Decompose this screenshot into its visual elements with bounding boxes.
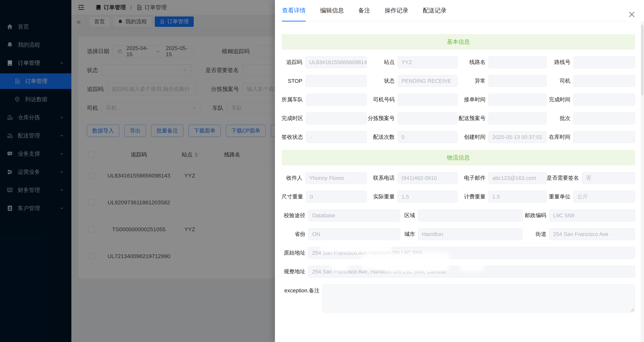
bill-weight-input[interactable]: 1.5 [488,191,547,203]
batch-input[interactable] [573,112,635,124]
logistics-row-6: 规整地址254 San Francisco Ave, Hamilton ON L… [282,266,635,278]
dim-weight-input[interactable]: 0 [306,191,367,203]
field-label: STOP [282,78,305,84]
field-label: 邮政编码 [522,212,549,219]
field-label: 联系电话 [367,174,398,182]
driver-phone-input[interactable] [398,94,458,106]
field-label: 城市 [400,231,418,238]
drawer-mask[interactable] [0,0,275,342]
province-input[interactable]: ON [308,228,400,240]
basic-row-4: 完成时区 分拣预案号 配送预案号 批次 [282,112,635,124]
route-no-input[interactable] [573,56,635,68]
app-root: 首页 我的流程 订单管理 订单管理 到达数 [0,0,644,342]
in-stock-time-input[interactable] [573,131,635,143]
section-logistics-info: 物流信息 [282,150,635,165]
finish-time-input[interactable] [573,94,635,106]
postcode-input[interactable]: L9C 5N9 [549,210,635,221]
field-label: 完成时区 [282,115,306,122]
city-input[interactable]: Hamilton [418,228,522,240]
finish-timezone-input[interactable] [306,112,367,124]
field-label: 司机号码 [367,96,398,103]
close-icon[interactable] [628,11,636,18]
actual-weight-input[interactable]: 1.5 [398,191,458,203]
basic-row-1: 追踪码UL834161556656098143 站点YYZ 线路名 路线号 [282,56,635,68]
region-input[interactable] [418,210,522,221]
field-label: 在库时间 [547,133,573,141]
delivery-plan-input[interactable] [488,112,547,124]
delivery-count-input[interactable]: 0 [398,131,458,143]
order-detail-drawer: 查看详情 编辑信息 备注 操作记录 配送记录 基本信息 追踪码UL8341615… [275,0,644,342]
field-label: 司机 [547,77,573,85]
basic-row-2: STOP 状态PENDING RECEIVE 异常 司机 [282,75,635,87]
field-label: 收件人 [282,174,305,182]
logistics-row-2: 尺寸重量0 实际重量1.5 计费重量1.5 重量单位公斤 [282,191,635,203]
resize-grip-icon[interactable] [630,308,634,312]
tab-edit-info[interactable]: 编辑信息 [320,0,344,21]
field-label: 规整地址 [282,268,308,275]
field-label: 签收状态 [282,133,306,141]
tab-operation-log[interactable]: 操作记录 [385,0,408,21]
logistics-row-4: 省份ON 城市Hamilton 街道254 San Francisco Ave [282,228,635,240]
field-label: 是否需要签名 [547,174,582,182]
field-label: 完成时间 [547,96,573,103]
email-input[interactable]: abc123@163.com [488,172,547,184]
field-label: 电子邮件 [458,174,488,182]
tab-remark[interactable]: 备注 [358,0,370,21]
accept-time-input[interactable] [488,94,547,106]
logistics-row-3: 校验途径Database 区域 邮政编码L9C 5N9 [282,210,635,221]
logistics-row-1: 收件人Yhonny Flores 联系电话(941)462-0910 电子邮件a… [282,172,635,184]
field-label: 状态 [367,77,398,85]
field-label: exception.备注 [282,287,322,294]
field-label: 异常 [458,77,488,85]
field-label: 计费重量 [458,193,488,200]
receiver-input[interactable]: Yhonny Flores [305,172,367,184]
field-label: 校验途径 [282,212,308,219]
field-label: 线路名 [458,58,488,66]
route-name-input[interactable] [488,56,547,68]
field-label: 实际重量 [367,193,398,200]
driver-input[interactable] [573,75,635,87]
field-label: 接单时间 [458,96,488,103]
sign-status-input[interactable]: - [306,131,367,143]
field-label: 创建时间 [458,133,488,141]
sorting-plan-input[interactable] [398,112,458,124]
field-label: 追踪码 [282,58,305,66]
exception-note-textarea[interactable] [322,284,635,313]
logistics-row-5: 原始地址254 San Francisco Ave Hamilton,ON L9… [282,247,635,259]
status-input[interactable]: PENDING RECEIVE [398,75,458,87]
exception-input[interactable] [488,75,547,87]
weight-unit-input[interactable]: 公斤 [573,191,635,203]
field-label: 所属车队 [282,96,306,103]
raw-address-input[interactable]: 254 San Francisco Ave Hamilton,ON L9C 5N… [308,247,635,259]
fleet-input[interactable] [306,94,367,106]
stop-input[interactable] [305,75,367,87]
street-input[interactable]: 254 San Francisco Ave [549,228,635,240]
field-label: 站点 [367,58,398,66]
field-label: 批次 [547,115,573,122]
need-sign-input[interactable]: 否 [582,172,635,184]
phone-input[interactable]: (941)462-0910 [398,172,458,184]
field-label: 街道 [522,231,549,238]
verify-path-input[interactable]: Database [308,210,400,221]
field-label: 配送次数 [367,133,398,141]
drawer-tabs: 查看详情 编辑信息 备注 操作记录 配送记录 [275,0,626,21]
exception-note-row: exception.备注 [282,284,635,313]
field-label: 重量单位 [547,193,573,200]
create-time-input[interactable]: 2025-05-13 00:37:01 [488,131,547,143]
basic-row-3: 所属车队 司机号码 接单时间 完成时间 [282,94,635,106]
field-label: 尺寸重量 [282,193,306,200]
drawer-scrollbar[interactable] [641,21,644,342]
normalized-address-input[interactable]: 254 San Francisco Ave, Hamilton ON L9C 5… [308,266,635,278]
field-label: 路线号 [547,58,573,66]
field-label: 区域 [400,212,418,219]
drawer-body: 基本信息 追踪码UL834161556656098143 站点YYZ 线路名 路… [275,21,641,342]
station-input[interactable]: YYZ [398,56,458,68]
field-label: 省份 [282,231,308,238]
tab-delivery-log[interactable]: 配送记录 [423,0,446,21]
tab-view-detail[interactable]: 查看详情 [282,0,306,21]
section-basic-info: 基本信息 [282,34,635,50]
field-label: 分拣预案号 [367,115,398,122]
tracking-input[interactable]: UL834161556656098143 [305,56,367,68]
field-label: 配送预案号 [458,115,488,122]
basic-row-5: 签收状态- 配送次数0 创建时间2025-05-13 00:37:01 在库时间 [282,131,635,143]
